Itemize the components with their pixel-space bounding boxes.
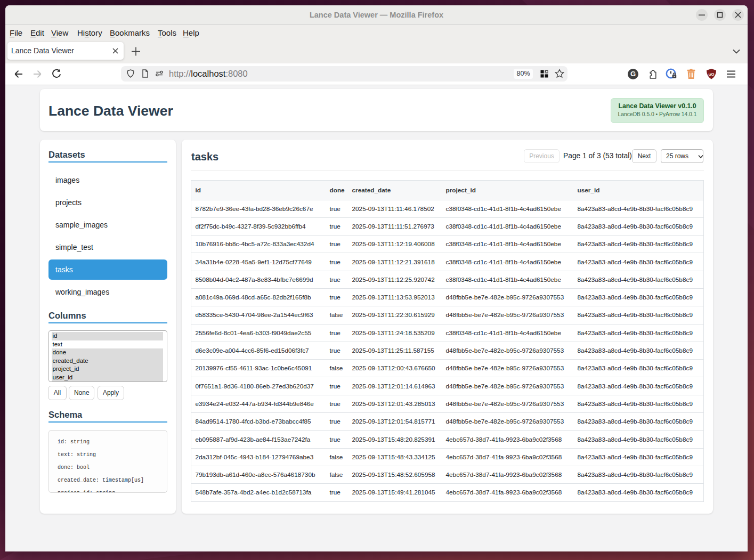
svg-text:uO: uO xyxy=(708,72,714,77)
